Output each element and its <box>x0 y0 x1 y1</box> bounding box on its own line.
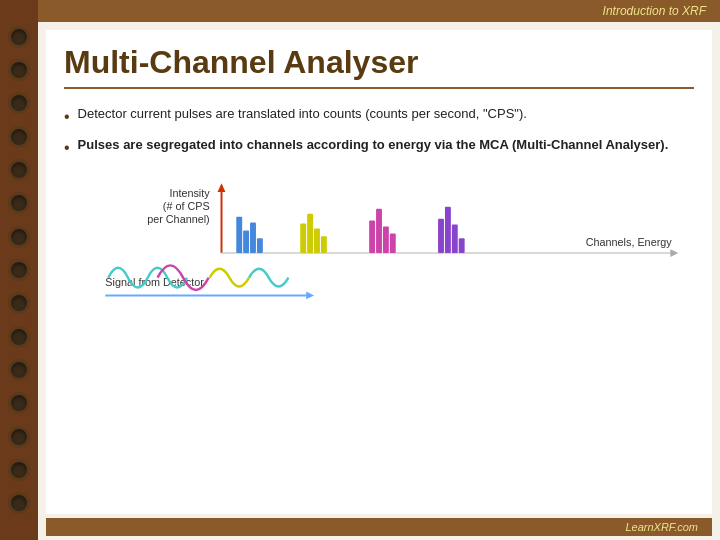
spiral-ring <box>8 126 30 148</box>
spiral-ring <box>8 259 30 281</box>
spiral-ring <box>8 459 30 481</box>
svg-text:Intensity: Intensity <box>169 187 210 199</box>
content-area: Introduction to XRF Multi-Channel Analys… <box>38 0 720 540</box>
svg-text:per Channel): per Channel) <box>147 212 210 224</box>
bullet-dot-2: • <box>64 137 70 159</box>
bullet-item-1: • Detector current pulses are translated… <box>64 105 694 128</box>
bullet-dot-1: • <box>64 106 70 128</box>
spiral-ring <box>8 392 30 414</box>
svg-marker-26 <box>306 291 314 299</box>
spiral-ring <box>8 492 30 514</box>
svg-rect-11 <box>257 238 263 253</box>
spiral-ring <box>8 159 30 181</box>
bullet-item-2: • Pulses are segregated into channels ac… <box>64 136 694 159</box>
slide-title: Multi-Channel Analyser <box>64 44 694 89</box>
bullet-text-2: Pulses are segregated into channels acco… <box>78 136 669 154</box>
svg-rect-12 <box>300 223 306 253</box>
diagram-svg: Intensity (# of CPS per Channel) Channel… <box>64 178 694 338</box>
svg-rect-23 <box>459 238 465 253</box>
spiral-ring <box>8 226 30 248</box>
svg-rect-13 <box>307 213 313 252</box>
spiral-ring <box>8 59 30 81</box>
svg-rect-21 <box>445 207 451 253</box>
bullet-section: • Detector current pulses are translated… <box>64 105 694 168</box>
svg-rect-18 <box>383 226 389 253</box>
spiral-binding <box>0 0 38 540</box>
svg-rect-20 <box>438 218 444 252</box>
svg-rect-10 <box>250 222 256 253</box>
svg-text:(# of CPS: (# of CPS <box>163 200 210 212</box>
svg-rect-19 <box>390 233 396 253</box>
svg-rect-16 <box>369 220 375 252</box>
spiral-ring <box>8 359 30 381</box>
svg-rect-8 <box>236 216 242 252</box>
svg-rect-22 <box>452 224 458 253</box>
top-header: Introduction to XRF <box>38 0 720 22</box>
diagram-inner: Intensity (# of CPS per Channel) Channel… <box>64 178 694 338</box>
svg-rect-14 <box>314 228 320 253</box>
spiral-ring <box>8 426 30 448</box>
slide-area: Multi-Channel Analyser • Detector curren… <box>46 30 712 514</box>
spiral-ring <box>8 326 30 348</box>
bullet-text-1: Detector current pulses are translated i… <box>78 105 527 123</box>
spiral-ring <box>8 26 30 48</box>
page-container: Introduction to XRF Multi-Channel Analys… <box>0 0 720 540</box>
spiral-ring <box>8 192 30 214</box>
footer-url: LearnXRF.com <box>625 521 698 533</box>
svg-marker-6 <box>670 249 678 257</box>
bottom-bar: LearnXRF.com <box>46 518 712 536</box>
svg-rect-17 <box>376 209 382 253</box>
spiral-ring <box>8 292 30 314</box>
header-title: Introduction to XRF <box>603 4 706 18</box>
svg-marker-4 <box>218 183 226 192</box>
diagram-area: Intensity (# of CPS per Channel) Channel… <box>64 178 694 504</box>
spiral-ring <box>8 92 30 114</box>
svg-rect-9 <box>243 230 249 253</box>
svg-text:Channels, Energy: Channels, Energy <box>586 236 673 248</box>
svg-rect-15 <box>321 236 327 253</box>
